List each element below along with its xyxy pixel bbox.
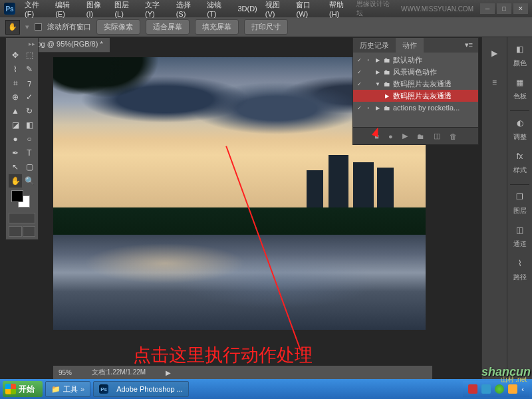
fit-screen-button[interactable]: 适合屏幕: [146, 19, 190, 35]
maximize-button[interactable]: □: [497, 3, 511, 14]
eyedropper-tool[interactable]: ⁊: [23, 76, 36, 90]
tray-expand-icon[interactable]: ‹: [521, 385, 524, 393]
dialog-icon[interactable]: ▫: [365, 57, 372, 63]
gradient-tool[interactable]: ◧: [23, 118, 36, 132]
toggle-icon[interactable]: ✓: [356, 80, 362, 87]
action-item[interactable]: ✓ ▼ 🖿 数码照片去灰通透: [353, 78, 478, 90]
action-list: ✓ ▫ ▶ 🖿 默认动作 ✓ ▶ 🖿 风景调色动作 ✓ ▼ 🖿 数码照片去灰通透: [353, 53, 478, 115]
marquee-tool[interactable]: ⬚: [23, 49, 36, 62]
menu-file[interactable]: 文件(F): [21, 0, 51, 18]
watermark-url: WWW.MISSYUAN.COM: [401, 5, 473, 13]
tray-icon[interactable]: [468, 384, 477, 394]
play-panel-icon[interactable]: ▶: [485, 45, 505, 61]
menu-select[interactable]: 选择(S): [172, 0, 203, 18]
brush-panel-icon[interactable]: ≡: [485, 74, 505, 90]
blur-tool[interactable]: ●: [9, 132, 22, 146]
action-item[interactable]: ✓ ▫ ▶ 🖿 actions by rocketla...: [353, 102, 478, 114]
hand-tool[interactable]: ✋: [9, 174, 22, 188]
type-tool[interactable]: T: [23, 146, 36, 160]
zoom-level[interactable]: 95%: [59, 369, 72, 376]
adjustments-panel-icon[interactable]: ◐: [510, 115, 530, 131]
lasso-tool[interactable]: ⌇: [9, 63, 22, 76]
dialog-icon[interactable]: ▫: [365, 104, 372, 111]
brush-tool[interactable]: ✓: [23, 90, 36, 104]
menu-edit[interactable]: 编辑(E): [51, 0, 82, 18]
paths-panel-icon[interactable]: ⌇: [510, 255, 530, 271]
print-size-button[interactable]: 打印尺寸: [244, 19, 288, 35]
expand-icon[interactable]: ▶: [374, 69, 381, 75]
new-set-icon[interactable]: 🖿: [417, 132, 424, 140]
swatches-panel-icon[interactable]: ▦: [510, 74, 530, 90]
new-action-icon[interactable]: ◫: [434, 132, 440, 140]
close-button[interactable]: ✕: [513, 3, 528, 14]
move-tool[interactable]: ✥: [9, 49, 22, 62]
menu-image[interactable]: 图像(I): [82, 0, 111, 18]
crop-tool[interactable]: ⌗: [9, 76, 22, 90]
foreground-color[interactable]: [11, 190, 23, 202]
screenmode2-button[interactable]: [23, 226, 36, 237]
history-brush-tool[interactable]: ↻: [23, 104, 36, 118]
menu-3d[interactable]: 3D(D): [233, 5, 261, 13]
tray-icon[interactable]: [508, 384, 517, 394]
action-item[interactable]: ✓ ▶ 🖿 风景调色动作: [353, 66, 478, 78]
expand-icon[interactable]: ▶: [374, 57, 381, 63]
menu-filter[interactable]: 滤镜(T): [203, 0, 233, 18]
toggle-icon[interactable]: ✓: [356, 68, 362, 75]
paths-panel-label[interactable]: 路径: [513, 273, 527, 282]
action-item[interactable]: ✓ ▫ ▶ 🖿 默认动作: [353, 54, 478, 66]
delete-icon[interactable]: 🗑: [450, 132, 457, 140]
quick-select-tool[interactable]: ✎: [23, 63, 36, 76]
panel-menu-icon[interactable]: ▾≡: [460, 38, 478, 53]
stamp-tool[interactable]: ▲: [9, 104, 22, 118]
adjustments-panel-label[interactable]: 调整: [513, 132, 527, 142]
history-tab[interactable]: 历史记录: [353, 38, 396, 53]
tray-icon[interactable]: [495, 384, 504, 394]
play-icon[interactable]: ▶: [402, 132, 408, 140]
minimize-button[interactable]: ─: [480, 3, 495, 14]
healing-tool[interactable]: ⊕: [9, 90, 22, 104]
scroll-all-checkbox[interactable]: [35, 23, 42, 31]
path-tool[interactable]: ↖: [9, 160, 22, 174]
expand-icon[interactable]: ▼: [374, 81, 381, 87]
taskbar-item-tools[interactable]: 📁 工具 »: [45, 381, 90, 397]
color-panel-icon[interactable]: ◧: [510, 41, 530, 57]
start-button[interactable]: 开始: [3, 381, 43, 397]
expand-icon[interactable]: ▶: [374, 105, 381, 111]
screenmode-button[interactable]: [9, 226, 22, 237]
styles-panel-label[interactable]: 样式: [513, 166, 527, 175]
swatches-panel-label[interactable]: 色板: [513, 92, 527, 101]
channels-panel-label[interactable]: 通道: [513, 239, 527, 249]
color-panel-label[interactable]: 颜色: [513, 59, 527, 68]
dodge-tool[interactable]: ○: [23, 132, 36, 146]
eraser-tool[interactable]: ◪: [9, 118, 22, 132]
channels-panel-icon[interactable]: ◫: [510, 222, 530, 238]
layers-panel-label[interactable]: 图层: [513, 206, 527, 215]
document-tab[interactable]: .jpg @ 95%(RGB/8) *: [27, 38, 110, 53]
menu-type[interactable]: 文字(Y): [141, 0, 172, 18]
toolbox: ▸▸ ✥ ⬚ ⌇ ✎ ⌗ ⁊ ⊕ ✓ ▲ ↻ ◪ ◧ ● ○ ✒ T ↖ ▢ ✋…: [5, 37, 39, 240]
layers-panel-icon[interactable]: ❐: [510, 189, 530, 205]
zoom-tool[interactable]: 🔍: [23, 174, 36, 188]
taskbar-item-photoshop[interactable]: Ps Adobe Photoshop ...: [93, 381, 189, 397]
fill-screen-button[interactable]: 填充屏幕: [195, 19, 239, 35]
toggle-icon[interactable]: ✓: [356, 57, 362, 63]
menu-window[interactable]: 窗口(W): [292, 0, 325, 18]
actual-pixels-button[interactable]: 实际像素: [96, 19, 140, 35]
menu-view[interactable]: 视图(V): [261, 0, 293, 18]
quickmask-button[interactable]: [9, 213, 35, 223]
actions-tab[interactable]: 动作: [396, 38, 424, 53]
pen-tool[interactable]: ✒: [9, 146, 22, 160]
record-icon[interactable]: ●: [388, 132, 393, 140]
doc-info-arrow[interactable]: ▶: [166, 369, 171, 376]
menu-layer[interactable]: 图层(L): [110, 0, 141, 18]
action-item-selected[interactable]: ▶ 数码照片去灰通透: [353, 90, 478, 102]
workspace: .jpg @ 95%(RGB/8) * 95% 文档:1.22M/1.22M ▶…: [0, 37, 532, 379]
styles-panel-icon[interactable]: fx: [510, 148, 530, 164]
expand-icon[interactable]: ▶: [384, 93, 390, 99]
menu-help[interactable]: 帮助(H): [325, 0, 356, 18]
tray-icon[interactable]: [481, 384, 491, 394]
toggle-icon[interactable]: ✓: [356, 104, 362, 111]
annotation-text: 点击这里执行动作处理: [133, 343, 313, 367]
shape-tool[interactable]: ▢: [23, 160, 36, 174]
hand-tool-icon[interactable]: ✋: [5, 20, 20, 35]
